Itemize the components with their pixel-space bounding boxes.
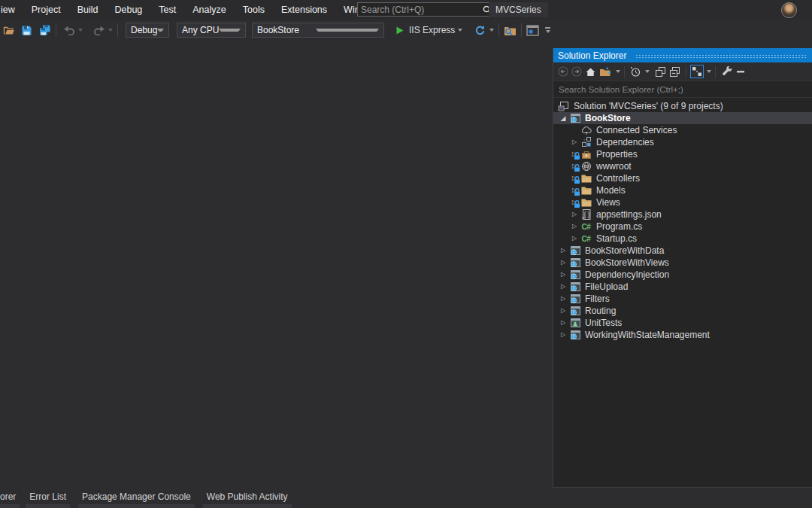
dependencies-icon [580, 136, 592, 148]
menu-item-tools[interactable]: Tools [235, 0, 273, 20]
tree-item-controllers[interactable]: ▷Controllers [553, 172, 812, 184]
properties-wrench-icon[interactable] [720, 65, 735, 78]
tree-item-solution-mvcseries-9-of-9-projects[interactable]: Solution 'MVCSeries' (9 of 9 projects) [553, 100, 812, 112]
tree-item-views[interactable]: ▷Views [553, 196, 812, 208]
save-all-icon[interactable] [38, 24, 51, 36]
test-project-icon [568, 317, 581, 329]
find-in-files-icon[interactable] [504, 24, 517, 36]
expand-arrow[interactable]: ▷ [558, 281, 568, 293]
configuration-dropdown[interactable]: Debug [126, 23, 169, 38]
menu-item-iew[interactable]: iew [0, 0, 23, 20]
undo-dropdown-icon[interactable] [78, 29, 83, 32]
run-dropdown-icon[interactable] [458, 29, 462, 32]
sync-with-active-document-icon[interactable] [653, 65, 668, 78]
tree-item-fileupload[interactable]: ▷FileUpload [553, 281, 812, 293]
user-avatar[interactable] [781, 2, 797, 18]
track-active-item-icon[interactable] [690, 65, 704, 78]
tree-item-label: Filters [585, 294, 610, 304]
panel-tab-error-list[interactable]: Error List [26, 488, 70, 508]
expand-arrow[interactable]: ▷ [558, 317, 568, 329]
expand-arrow[interactable]: ▷ [558, 245, 568, 257]
tree-item-routing[interactable]: ▷Routing [553, 305, 812, 317]
tree-item-appsettings-json[interactable]: ▷{ }appsettings.json [553, 208, 812, 221]
expand-arrow[interactable]: ▷ [558, 293, 568, 305]
solution-explorer-title-bar[interactable]: Solution Explorer [553, 48, 812, 62]
filter-dropdown-icon[interactable] [645, 70, 650, 73]
refresh-dropdown-icon[interactable] [489, 29, 494, 32]
menu-item-analyze[interactable]: Analyze [184, 0, 234, 20]
undo-icon[interactable] [62, 24, 75, 36]
tree-item-program-cs[interactable]: ▷C#Program.cs [553, 221, 812, 233]
track-active-dropdown-icon[interactable] [707, 70, 711, 73]
expand-arrow[interactable]: ▷ [558, 269, 568, 281]
collapse-all-icon[interactable] [668, 65, 682, 78]
menu-item-debug[interactable]: Debug [106, 0, 150, 20]
tree-item-label: Program.cs [596, 221, 642, 232]
tree-item-label: Connected Services [596, 125, 677, 135]
solution-explorer-search-box[interactable] [553, 81, 812, 98]
expand-arrow[interactable]: ▷ [569, 233, 580, 245]
tree-item-bookstorewithdata[interactable]: ▷BookStoreWithData [553, 245, 812, 257]
session-badge[interactable]: MVCSeries [489, 2, 548, 17]
panel-tab-package-manager-console[interactable]: Package Manager Console [78, 488, 195, 508]
tree-item-filters[interactable]: ▷Filters [553, 293, 812, 305]
run-button[interactable]: IIS Express [393, 24, 462, 36]
expand-arrow[interactable]: ▷ [558, 329, 568, 341]
lock-icon [574, 200, 580, 208]
platform-dropdown[interactable]: Any CPU [177, 23, 246, 38]
tree-item-label: wwwroot [596, 161, 632, 172]
panel-tab-web-publish-activity[interactable]: Web Publish Activity [203, 488, 292, 508]
tree-item-models[interactable]: ▷Models [553, 184, 812, 196]
redo-icon[interactable] [92, 24, 105, 36]
panel-title: Solution Explorer [553, 50, 626, 61]
refresh-icon[interactable] [474, 24, 486, 36]
tree-item-workingwithstatemanagement[interactable]: ▷WorkingWithStateManagement [553, 329, 812, 341]
expand-arrow[interactable]: ▷ [569, 221, 580, 233]
lock-icon [574, 164, 580, 172]
tree-item-unittests[interactable]: ▷UnitTests [553, 317, 812, 329]
web-browser-icon[interactable] [526, 24, 539, 36]
redo-dropdown-icon[interactable] [108, 29, 113, 32]
tree-item-bookstorewithviews[interactable]: ▷BookStoreWithViews [553, 257, 812, 269]
menu-item-extensions[interactable]: Extensions [273, 0, 335, 20]
solution-explorer-panel: Solution Explorer [553, 48, 812, 488]
save-icon[interactable] [20, 24, 33, 36]
solution-icon [557, 100, 570, 112]
expand-arrow[interactable]: ▷ [558, 305, 568, 317]
menu-item-project[interactable]: Project [23, 0, 69, 20]
tree-item-startup-cs[interactable]: ▷C#Startup.cs [553, 233, 812, 245]
quick-search-box[interactable] [357, 2, 497, 17]
tree-item-dependencyinjection[interactable]: ▷DependencyInjection [553, 269, 812, 281]
startup-project-dropdown[interactable]: BookStore [252, 23, 384, 38]
tree-item-bookstore[interactable]: ◢BookStore [553, 112, 812, 124]
expand-arrow[interactable]: ▷ [569, 208, 580, 221]
menu-item-test[interactable]: Test [150, 0, 184, 20]
home-icon[interactable] [583, 65, 598, 78]
csharp-icon: C# [580, 233, 592, 245]
tab-label: Error List [29, 491, 66, 502]
toolbar-overflow-icon[interactable] [545, 27, 550, 33]
expand-arrow[interactable]: ▷ [569, 136, 580, 148]
back-icon[interactable] [556, 65, 570, 78]
web-project-icon [568, 329, 581, 341]
menu-item-build[interactable]: Build [69, 0, 107, 20]
pending-changes-filter-icon[interactable] [629, 65, 642, 78]
open-file-icon[interactable] [2, 24, 15, 36]
tree-item-dependencies[interactable]: ▷Dependencies [553, 136, 812, 148]
switch-views-dropdown-icon[interactable] [616, 70, 620, 73]
switch-views-icon[interactable] [598, 65, 613, 78]
preview-selected-items-icon[interactable] [735, 65, 747, 78]
expand-arrow[interactable]: ▷ [558, 257, 568, 269]
json-icon: { } [580, 208, 592, 221]
menu-bar: iewProjectBuildDebugTestAnalyzeToolsExte… [0, 0, 812, 20]
quick-search-input[interactable] [358, 5, 482, 15]
tree-item-label: Startup.cs [596, 233, 637, 244]
globe-icon [580, 160, 592, 172]
tree-item-connected-services[interactable]: Connected Services [553, 124, 812, 136]
tree-item-properties[interactable]: ▷Properties [553, 148, 812, 160]
tree-item-wwwroot[interactable]: ▷wwwroot [553, 160, 812, 172]
panel-tab-orer[interactable]: orer [0, 488, 20, 508]
forward-icon[interactable] [570, 65, 583, 78]
solution-explorer-search-input[interactable] [553, 85, 812, 94]
expand-arrow[interactable]: ◢ [558, 112, 568, 124]
